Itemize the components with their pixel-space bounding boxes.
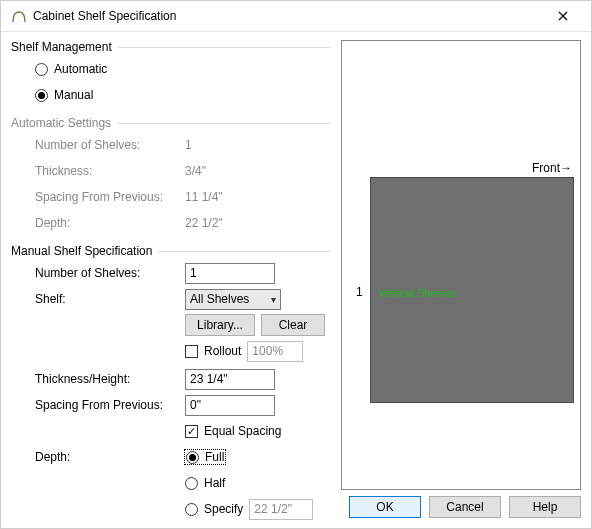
label-auto-thickness: Thickness: <box>35 164 185 178</box>
preview-shelf-label: Vertical Shelves <box>378 287 456 299</box>
label-auto-depth: Depth: <box>35 216 185 230</box>
group-divider <box>118 47 331 48</box>
select-shelf[interactable]: All Shelves ▾ <box>185 289 281 310</box>
radio-manual[interactable]: Manual <box>35 88 93 102</box>
app-icon <box>11 8 27 24</box>
radio-label: Half <box>204 476 225 490</box>
checkbox-equal-spacing[interactable]: Equal Spacing <box>185 424 281 438</box>
radio-dot-icon <box>35 63 48 76</box>
radio-dot-icon <box>186 451 199 464</box>
label-auto-spacing: Spacing From Previous: <box>35 190 185 204</box>
input-num-shelves[interactable] <box>185 263 275 284</box>
clear-button[interactable]: Clear <box>261 314 325 336</box>
chevron-down-icon: ▾ <box>271 294 276 305</box>
cancel-button[interactable]: Cancel <box>429 496 501 518</box>
titlebar: Cabinet Shelf Specification <box>1 1 591 32</box>
checkbox-label: Equal Spacing <box>204 424 281 438</box>
label-thickness: Thickness/Height: <box>35 372 185 386</box>
radio-depth-full[interactable]: Full <box>185 450 225 464</box>
help-button[interactable]: Help <box>509 496 581 518</box>
value-auto-thickness: 3/4" <box>185 164 206 178</box>
radio-label: Full <box>205 450 224 464</box>
dialog-button-row: OK Cancel Help <box>341 490 581 518</box>
library-button[interactable]: Library... <box>185 314 255 336</box>
checkbox-box-icon <box>185 425 198 438</box>
close-button[interactable] <box>543 1 583 31</box>
preview-panel: Front→ 1 Vertical Shelves <box>341 40 581 490</box>
group-header-label: Shelf Management <box>11 40 112 54</box>
value-auto-num-shelves: 1 <box>185 138 192 152</box>
label-depth: Depth: <box>35 450 185 464</box>
label-spacing: Spacing From Previous: <box>35 398 185 412</box>
radio-label: Automatic <box>54 62 107 76</box>
label-auto-num-shelves: Number of Shelves: <box>35 138 185 152</box>
radio-label: Specify <box>204 502 243 516</box>
input-depth-specify <box>249 499 313 520</box>
select-value: All Shelves <box>190 292 249 306</box>
preview-front-label: Front→ <box>532 161 572 175</box>
label-shelf: Shelf: <box>35 292 185 306</box>
group-manual-spec: Manual Shelf Specification Number of She… <box>11 244 331 520</box>
value-auto-spacing: 11 1/4" <box>185 190 223 204</box>
radio-dot-icon <box>185 477 198 490</box>
group-automatic-settings: Automatic Settings Number of Shelves: 1 … <box>11 116 331 234</box>
radio-depth-specify[interactable]: Specify <box>185 502 243 516</box>
label-num-shelves: Number of Shelves: <box>35 266 185 280</box>
group-header-label: Automatic Settings <box>11 116 111 130</box>
input-spacing[interactable] <box>185 395 275 416</box>
input-thickness[interactable] <box>185 369 275 390</box>
radio-automatic[interactable]: Automatic <box>35 62 107 76</box>
radio-dot-icon <box>185 503 198 516</box>
ok-button[interactable]: OK <box>349 496 421 518</box>
group-divider <box>158 251 331 252</box>
input-rollout-pct <box>247 341 303 362</box>
value-auto-depth: 22 1/2" <box>185 216 223 230</box>
checkbox-box-icon <box>185 345 198 358</box>
group-divider <box>117 123 331 124</box>
group-header-label: Manual Shelf Specification <box>11 244 152 258</box>
preview-index: 1 <box>356 285 363 299</box>
group-shelf-management: Shelf Management Automatic Manual <box>11 40 331 106</box>
window-title: Cabinet Shelf Specification <box>33 9 543 23</box>
checkbox-rollout[interactable]: Rollout <box>185 344 241 358</box>
arrow-right-icon: → <box>560 161 572 175</box>
checkbox-label: Rollout <box>204 344 241 358</box>
radio-depth-half[interactable]: Half <box>185 476 225 490</box>
radio-dot-icon <box>35 89 48 102</box>
radio-label: Manual <box>54 88 93 102</box>
